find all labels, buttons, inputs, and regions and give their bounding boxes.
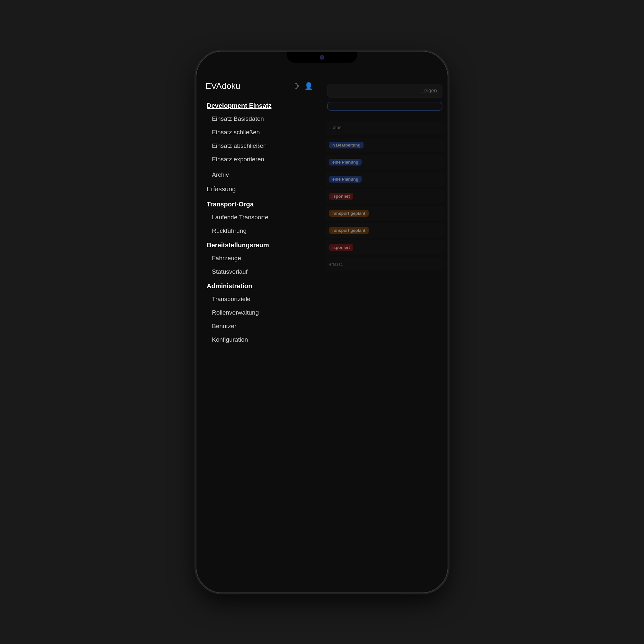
phone-frame: EVAdoku ☽ 👤 Development Einsatz Einsatz … (196, 52, 448, 592)
moon-icon[interactable]: ☽ (293, 82, 299, 90)
nav-item-statusverlauf[interactable]: Statusverlauf (203, 265, 316, 279)
nav-item-rueckfuehrung[interactable]: Rückführung (203, 224, 316, 238)
person-icon[interactable]: 👤 (304, 82, 313, 90)
nav-section-administration: Administration (203, 279, 316, 292)
notch-camera (320, 55, 324, 60)
sidebar-drawer: EVAdoku ☽ 👤 Development Einsatz Einsatz … (196, 52, 322, 592)
nav-section-transport-orga: Transport-Orga (203, 197, 316, 211)
nav-item-konfiguration[interactable]: Konfiguration (203, 333, 316, 346)
screen: EVAdoku ☽ 👤 Development Einsatz Einsatz … (196, 52, 448, 592)
nav-item-einsatz-exportieren[interactable]: Einsatz exportieren (203, 153, 316, 166)
sidebar-header: EVAdoku ☽ 👤 (196, 77, 322, 99)
nav-section-development-einsatz[interactable]: Development Einsatz (203, 99, 316, 112)
header-icons: ☽ 👤 (293, 82, 313, 90)
nav-item-benutzer[interactable]: Benutzer (203, 319, 316, 333)
nav-item-transportziele[interactable]: Transportziele (203, 292, 316, 306)
app-title: EVAdoku (205, 81, 241, 91)
nav-item-rollenverwaltung[interactable]: Rollenverwaltung (203, 306, 316, 319)
nav-item-einsatz-schliessen[interactable]: Einsatz schließen (203, 126, 316, 139)
nav-menu: Development Einsatz Einsatz Basisdaten E… (196, 99, 322, 346)
nav-section-bereitstellungsraum: Bereitstellungsraum (203, 238, 316, 251)
notch (287, 52, 357, 63)
nav-item-archiv[interactable]: Archiv (203, 168, 316, 182)
drawer-overlay[interactable] (322, 52, 448, 592)
nav-section-erfassung[interactable]: Erfassung (203, 182, 316, 197)
nav-item-einsatz-basisdaten[interactable]: Einsatz Basisdaten (203, 112, 316, 126)
nav-item-fahrzeuge[interactable]: Fahrzeuge (203, 251, 316, 265)
nav-item-laufende-transporte[interactable]: Laufende Transporte (203, 211, 316, 224)
nav-item-einsatz-abschliessen[interactable]: Einsatz abschließen (203, 139, 316, 153)
